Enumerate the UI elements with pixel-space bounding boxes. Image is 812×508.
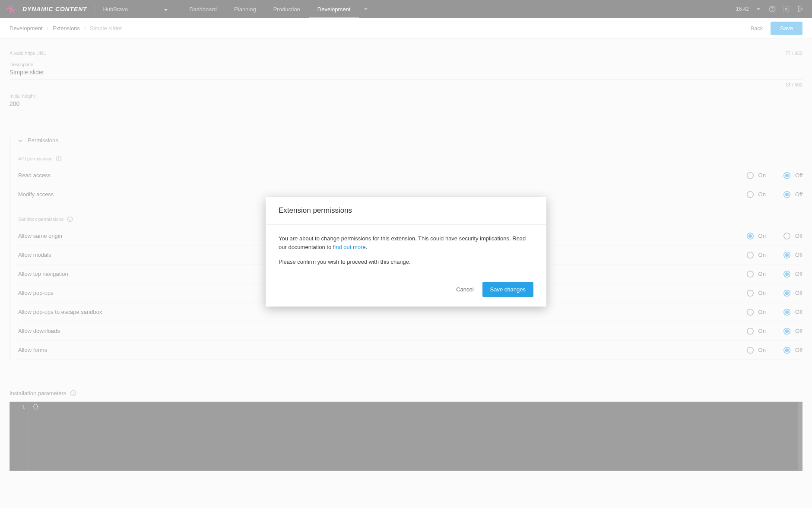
modal-body: You are about to change permissions for … bbox=[266, 225, 546, 282]
modal-actions: Cancel Save changes bbox=[266, 282, 546, 307]
permissions-modal: Extension permissions You are about to c… bbox=[266, 197, 546, 307]
modal-header: Extension permissions bbox=[266, 197, 546, 225]
modal-overlay: Extension permissions You are about to c… bbox=[0, 0, 812, 508]
cancel-button[interactable]: Cancel bbox=[456, 286, 473, 293]
modal-title: Extension permissions bbox=[279, 206, 533, 215]
save-changes-button[interactable]: Save changes bbox=[482, 282, 533, 297]
find-out-more-link[interactable]: find out more bbox=[333, 244, 366, 250]
